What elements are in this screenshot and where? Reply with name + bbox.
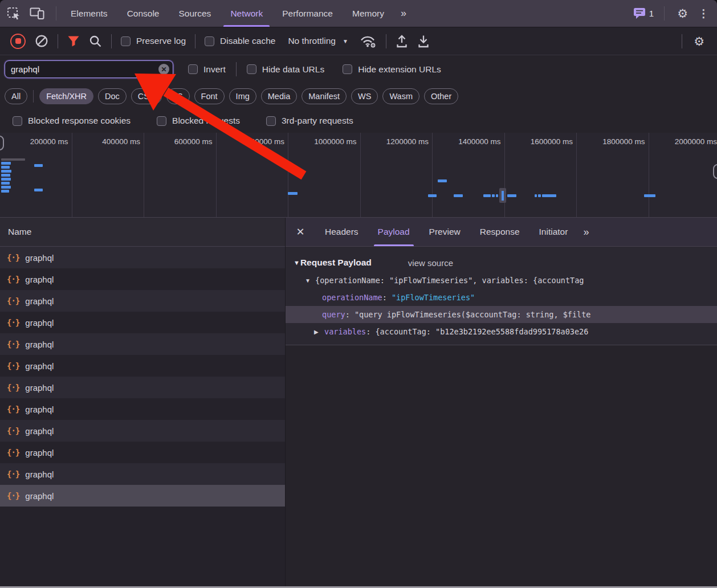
checkbox-box[interactable] xyxy=(266,116,276,126)
request-row[interactable]: {·}graphql xyxy=(0,485,285,507)
request-name: graphql xyxy=(25,318,54,328)
request-timing-bar xyxy=(1,162,11,165)
clear-filter-icon[interactable]: ✕ xyxy=(158,64,169,75)
request-timing-bar xyxy=(1,166,10,169)
chip-css[interactable]: CSS xyxy=(131,88,162,104)
tab-sources[interactable]: Sources xyxy=(169,0,221,27)
close-detail-icon[interactable]: ✕ xyxy=(286,226,315,238)
kebab-menu-icon[interactable]: ⋮ xyxy=(696,8,711,19)
clear-network-log-button[interactable] xyxy=(35,34,48,48)
payload-value: {accountTag: "b12e3b2192ee5588fdad995178… xyxy=(375,327,588,336)
payload-row-query[interactable]: query: "query ipFlowTimeseries($accountT… xyxy=(286,306,717,323)
chip-wasm[interactable]: Wasm xyxy=(382,88,419,104)
preserve-log-checkbox[interactable]: Preserve log xyxy=(121,36,186,46)
search-icon[interactable] xyxy=(89,35,102,48)
request-row[interactable]: {·}graphql xyxy=(0,333,285,355)
hide-extension-urls-checkbox[interactable]: Hide extension URLs xyxy=(343,64,441,75)
request-row[interactable]: {·}graphql xyxy=(0,312,285,333)
record-network-log-button[interactable] xyxy=(10,34,26,49)
chip-js[interactable]: JS xyxy=(166,88,190,104)
request-timing-bar xyxy=(1,190,9,193)
chip-ws[interactable]: WS xyxy=(351,88,378,104)
detail-more-tabs-chevron[interactable]: » xyxy=(577,226,596,238)
settings-gear-icon[interactable]: ⚙ xyxy=(675,7,690,19)
tab-elements[interactable]: Elements xyxy=(61,0,117,27)
request-row[interactable]: {·}graphql xyxy=(0,268,285,290)
chip-all[interactable]: All xyxy=(5,88,27,104)
invert-checkbox[interactable]: Invert xyxy=(188,64,226,75)
payload-summary-row[interactable]: ▼ {operationName: "ipFlowTimeseries", va… xyxy=(286,272,717,289)
chip-fetch-xhr[interactable]: Fetch/XHR xyxy=(39,88,93,104)
checkbox-box[interactable] xyxy=(157,116,166,126)
3rd-party-requests-checkbox[interactable]: 3rd-party requests xyxy=(266,116,353,126)
hide-extension-urls-label: Hide extension URLs xyxy=(358,64,441,75)
tabbar-right-group: 1 ⚙ ⋮ xyxy=(633,6,717,21)
payload-row-operationname[interactable]: operationName: "ipFlowTimeseries" xyxy=(286,289,717,306)
disable-cache-checkbox[interactable]: Disable cache xyxy=(205,36,275,46)
checkbox-box[interactable] xyxy=(343,64,352,74)
chip-media[interactable]: Media xyxy=(261,88,298,104)
checkbox-box[interactable] xyxy=(188,64,198,74)
json-file-icon: {·} xyxy=(7,383,19,392)
request-row[interactable]: {·}graphql xyxy=(0,463,285,485)
payload-row-variables[interactable]: ▶variables: {accountTag: "b12e3b2192ee55… xyxy=(286,323,717,340)
json-file-icon: {·} xyxy=(7,405,19,414)
export-har-icon[interactable] xyxy=(396,34,408,48)
name-column-header[interactable]: Name xyxy=(0,218,285,247)
network-filter-row: ✕ Invert Hide data URLs Hide extension U… xyxy=(0,55,717,83)
device-toolbar-icon[interactable] xyxy=(30,7,44,20)
chip-other[interactable]: Other xyxy=(424,88,458,104)
more-tabs-chevron[interactable]: » xyxy=(394,0,414,27)
throttling-dropdown[interactable]: No throttling ▼ xyxy=(288,36,348,46)
checkbox-box[interactable] xyxy=(13,116,22,126)
network-settings-gear-icon[interactable]: ⚙ xyxy=(691,35,707,47)
payload-rows: operationName: "ipFlowTimeseries"query: … xyxy=(286,289,717,340)
request-timing-bar xyxy=(507,194,516,197)
checkbox-box[interactable] xyxy=(121,36,131,46)
request-row[interactable]: {·}graphql xyxy=(0,247,285,268)
request-row[interactable]: {·}graphql xyxy=(0,420,285,442)
tab-performance[interactable]: Performance xyxy=(272,0,343,27)
checkbox-box[interactable] xyxy=(247,64,256,74)
request-row[interactable]: {·}graphql xyxy=(0,355,285,377)
payload-value: "ipFlowTimeseries" xyxy=(392,293,475,302)
detail-tab-payload[interactable]: Payload xyxy=(368,218,419,246)
blocked-requests-checkbox[interactable]: Blocked requests xyxy=(157,116,240,126)
request-row[interactable]: {·}graphql xyxy=(0,377,285,398)
hide-data-urls-checkbox[interactable]: Hide data URLs xyxy=(247,64,324,75)
json-file-icon: {·} xyxy=(7,448,19,457)
request-row[interactable]: {·}graphql xyxy=(0,290,285,312)
request-row[interactable]: {·}graphql xyxy=(0,398,285,420)
request-name: graphql xyxy=(25,383,54,393)
throttling-value: No throttling xyxy=(288,36,336,46)
chip-font[interactable]: Font xyxy=(194,88,225,104)
view-source-link[interactable]: view source xyxy=(408,258,453,268)
filter-funnel-icon[interactable] xyxy=(67,35,80,47)
issues-badge[interactable]: 1 xyxy=(633,7,654,19)
detail-tab-response[interactable]: Response xyxy=(470,218,529,246)
detail-tab-initiator[interactable]: Initiator xyxy=(529,218,578,246)
checkbox-box[interactable] xyxy=(205,36,214,46)
network-filter-input[interactable] xyxy=(5,60,173,78)
chip-doc[interactable]: Doc xyxy=(98,88,127,104)
preserve-log-label: Preserve log xyxy=(136,36,186,46)
network-conditions-icon[interactable] xyxy=(358,34,377,48)
tab-network[interactable]: Network xyxy=(221,0,272,27)
chip-manifest[interactable]: Manifest xyxy=(302,88,347,104)
request-timing-bar xyxy=(1,170,11,173)
chip-img[interactable]: Img xyxy=(229,88,256,104)
overview-right-handle[interactable] xyxy=(713,164,717,179)
tab-memory[interactable]: Memory xyxy=(343,0,394,27)
import-har-icon[interactable] xyxy=(417,34,430,48)
request-payload-header[interactable]: ▼ Request Payload view source xyxy=(286,254,717,272)
blocked-response-cookies-checkbox[interactable]: Blocked response cookies xyxy=(13,116,131,126)
request-row[interactable]: {·}graphql xyxy=(0,442,285,463)
request-timing-bar xyxy=(288,192,298,195)
blocked-response-cookies-label: Blocked response cookies xyxy=(28,116,131,126)
inspect-element-icon[interactable] xyxy=(7,7,21,21)
network-overview-timeline[interactable]: 200000 ms400000 ms600000 ms800000 ms1000… xyxy=(0,133,717,218)
tab-console[interactable]: Console xyxy=(117,0,169,27)
detail-tab-preview[interactable]: Preview xyxy=(419,218,470,246)
detail-tab-headers[interactable]: Headers xyxy=(315,218,368,246)
expand-triangle-icon[interactable]: ▶ xyxy=(314,329,324,335)
